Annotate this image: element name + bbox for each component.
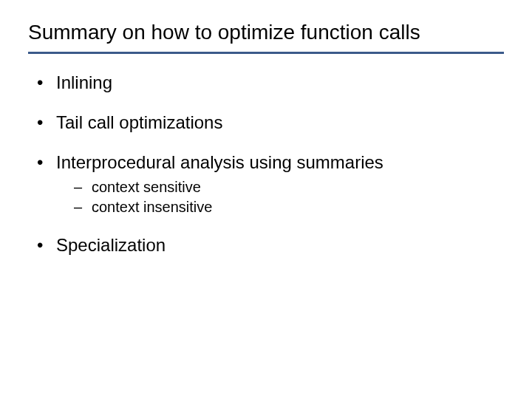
slide: Summary on how to optimize function call…: [0, 0, 532, 399]
list-item: Tail call optimizations: [41, 112, 504, 134]
slide-content: Inlining Tail call optimizations Interpr…: [28, 54, 504, 256]
bullet-text: Specialization: [56, 235, 166, 255]
list-item: context insensitive: [77, 198, 504, 216]
slide-title: Summary on how to optimize function call…: [28, 21, 504, 54]
bullet-list: Inlining Tail call optimizations Interpr…: [28, 72, 504, 256]
list-item: Inlining: [41, 72, 504, 94]
list-item: Interprocedural analysis using summaries…: [41, 151, 504, 216]
bullet-text: context sensitive: [92, 179, 201, 195]
list-item: context sensitive: [77, 178, 504, 197]
bullet-text: Tail call optimizations: [56, 112, 222, 132]
bullet-text: Inlining: [56, 72, 112, 92]
list-item: Specialization: [41, 234, 504, 256]
bullet-text: context insensitive: [92, 199, 212, 215]
sub-bullet-list: context sensitive context insensitive: [56, 178, 504, 216]
bullet-text: Interprocedural analysis using summaries: [56, 152, 383, 172]
